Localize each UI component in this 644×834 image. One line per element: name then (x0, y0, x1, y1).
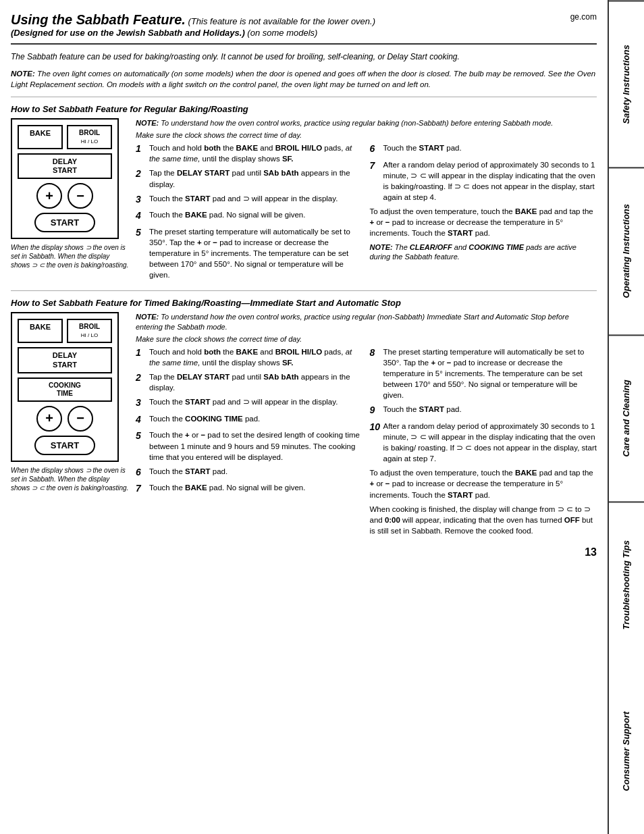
title-bold: Using the Sabbath Feature. (11, 12, 186, 27)
section2-make-sure: Make sure the clock shows the correct ti… (136, 335, 597, 343)
section1-inner: BAKE BROIL HI / LO DELAYSTART + − (11, 118, 597, 284)
oven-diagram-1: BAKE BROIL HI / LO DELAYSTART + − (11, 118, 119, 239)
step-2-6: 6 Touch the START pad. (136, 466, 363, 479)
ge-com-label: ge.com (570, 12, 597, 22)
page-number: 13 (11, 546, 597, 558)
page-title-line1: Using the Sabbath Feature. (This feature… (11, 12, 597, 28)
step-2-4: 4 Touch the COOKING TIME pad. (136, 413, 363, 427)
step-2-2: 2 Tap the DELAY START pad until SAb bAth… (136, 371, 363, 393)
section1-steps-left: 1 Touch and hold both the BAKE and BROIL… (136, 142, 363, 284)
section2-steps-right: 8 The preset starting temperature will a… (370, 346, 597, 540)
oven-top-row-2: BAKE BROILHI / LO (18, 319, 112, 343)
sidebar-troubleshooting: Troubleshooting Tips (609, 501, 644, 668)
oven-delay-start-1: DELAYSTART (18, 153, 112, 179)
broil-btn-1: BROIL HI / LO (67, 125, 112, 149)
main-content: Using the Sabbath Feature. (This feature… (0, 0, 609, 834)
oven-cooking-time: COOKINGTIME (18, 377, 112, 402)
oven-top-row-1: BAKE BROIL HI / LO (18, 125, 112, 149)
oven-caption-2: When the display shows ⊃ the oven is set… (11, 466, 129, 492)
section1-sub-note: NOTE: To understand how the oven control… (136, 118, 597, 128)
minus-btn-1: − (68, 183, 93, 209)
start-btn-1: START (34, 213, 95, 232)
minus-btn-2: − (68, 406, 93, 432)
sidebar: Safety Instructions Operating Instructio… (609, 0, 644, 834)
section2-adjust: To adjust the oven temperature, touch th… (370, 467, 597, 500)
title-normal: (This feature is not available for the l… (186, 16, 375, 26)
step-1-2: 2 Tap the DELAY START pad until SAb bAth… (136, 167, 363, 189)
bake-btn-1: BAKE (18, 125, 63, 149)
note-text: NOTE: The oven light comes on automatica… (11, 68, 597, 90)
sidebar-consumer: Consumer Support (609, 669, 644, 834)
delay-start-btn-1: DELAYSTART (18, 153, 112, 179)
plus-btn-1: + (36, 183, 62, 209)
step-1-7: 7 After a random delay period of approxi… (370, 159, 597, 203)
bake-btn-2: BAKE (18, 319, 63, 343)
oven-plus-minus-1: + − (18, 183, 112, 209)
section1-steps-columns: 1 Touch and hold both the BAKE and BROIL… (136, 142, 597, 284)
section1-title: How to Set Sabbath Feature for Regular B… (11, 104, 597, 114)
step-1-6: 6 Touch the START pad. (370, 142, 597, 156)
oven-start-1: START (18, 213, 112, 232)
sidebar-care: Care and Cleaning (609, 334, 644, 501)
section2-sub-note: NOTE: To understand how the oven control… (136, 312, 597, 332)
step-1-1: 1 Touch and hold both the BAKE and BROIL… (136, 142, 363, 164)
section2-steps-columns: 1 Touch and hold both the BAKE and BROIL… (136, 346, 597, 540)
oven-delay-start-2: DELAYSTART (18, 347, 112, 373)
subtitle-bold: (Designed for use on the Jewish Sabbath … (11, 28, 245, 38)
page-title-line2: (Designed for use on the Jewish Sabbath … (11, 28, 597, 38)
oven-caption-1: When the display shows ⊃ the oven is set… (11, 243, 129, 269)
page-header: Using the Sabbath Feature. (This feature… (11, 12, 597, 45)
section1-right: NOTE: To understand how the oven control… (136, 118, 597, 284)
section2-finish: When cooking is finished, the display wi… (370, 504, 597, 536)
note-body: The oven light comes on automatically (o… (11, 70, 595, 88)
subtitle-normal: (on some models) (245, 28, 318, 38)
section2-inner: BAKE BROILHI / LO DELAYSTART COOKINGTIME… (11, 312, 597, 540)
delay-start-btn-2: DELAYSTART (18, 347, 112, 373)
step-2-5: 5 Touch the + or − pad to set the desire… (136, 429, 363, 462)
plus-btn-2: + (36, 406, 62, 432)
step-1-3: 3 Touch the START pad and ⊃ will appear … (136, 193, 363, 207)
step-2-10: 10 After a random delay period of approx… (370, 421, 597, 464)
step-2-7: 7 Touch the BAKE pad. No signal will be … (136, 482, 363, 496)
section1: How to Set Sabbath Feature for Regular B… (11, 97, 597, 284)
step-2-3: 3 Touch the START pad and ⊃ will appear … (136, 396, 363, 410)
section1-left: BAKE BROIL HI / LO DELAYSTART + − (11, 118, 129, 284)
section1-note-bottom: NOTE: The CLEAR/OFF and COOKING TIME pad… (370, 242, 597, 262)
section1-make-sure: Make sure the clock shows the correct ti… (136, 131, 597, 139)
broil-btn-2: BROILHI / LO (67, 319, 112, 343)
start-btn-2: START (34, 436, 95, 455)
sidebar-safety: Safety Instructions (609, 0, 644, 167)
step-1-4: 4 Touch the BAKE pad. No signal will be … (136, 209, 363, 223)
section2-title: How to Set Sabbath Feature for Timed Bak… (11, 298, 597, 308)
sidebar-operating: Operating Instructions (609, 167, 644, 334)
oven-start-2: START (18, 436, 112, 455)
section2: How to Set Sabbath Feature for Timed Bak… (11, 290, 597, 540)
step-1-5: 5 The preset starting temperature will a… (136, 226, 363, 280)
section1-steps-right: 6 Touch the START pad. 7 After a random … (370, 142, 597, 284)
section2-left: BAKE BROILHI / LO DELAYSTART COOKINGTIME… (11, 312, 129, 540)
oven-diagram-2: BAKE BROILHI / LO DELAYSTART COOKINGTIME… (11, 312, 119, 461)
step-2-9: 9 Touch the START pad. (370, 404, 597, 417)
section1-adjust: To adjust the oven temperature, touch th… (370, 206, 597, 238)
section2-steps-left: 1 Touch and hold both the BAKE and BROIL… (136, 346, 363, 540)
oven-plus-minus-2: + − (18, 406, 112, 432)
section2-right: NOTE: To understand how the oven control… (136, 312, 597, 540)
cooking-time-btn: COOKINGTIME (18, 377, 112, 402)
intro-text: The Sabbath feature can be used for baki… (11, 51, 597, 63)
step-2-1: 1 Touch and hold both the BAKE and BROIL… (136, 346, 363, 368)
step-2-8: 8 The preset starting temperature will a… (370, 346, 597, 400)
